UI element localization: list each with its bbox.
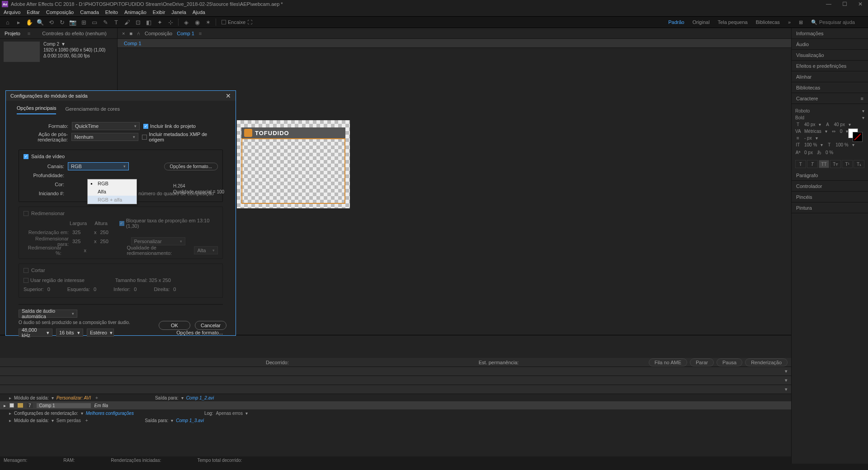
- panel-informacoes[interactable]: Informações: [792, 28, 868, 39]
- superscript[interactable]: T¹: [842, 160, 853, 168]
- dd-audio-auto[interactable]: Saída de áudio automática▾: [19, 310, 77, 318]
- panel-controlador[interactable]: Controlador: [792, 181, 868, 192]
- maximize-button[interactable]: ☐: [842, 1, 847, 7]
- color-swatch[interactable]: [848, 128, 863, 140]
- tool-stamp[interactable]: ⊡: [134, 18, 142, 26]
- snap-toggle[interactable]: Encaixe ⛶: [222, 19, 252, 25]
- rq-collapse-2[interactable]: ▾: [0, 376, 791, 385]
- flow-icon[interactable]: ⑃: [137, 31, 140, 36]
- panel-pinceis[interactable]: Pincéis: [792, 192, 868, 202]
- tab-projeto[interactable]: Projeto: [5, 31, 20, 36]
- tsume[interactable]: 0 %: [826, 150, 833, 155]
- tool-brush[interactable]: 🖌: [123, 18, 131, 26]
- dd-formato[interactable]: QuickTime▾: [72, 122, 140, 130]
- comp-breadcrumb[interactable]: Comp 1: [124, 41, 142, 46]
- btn-fila-ame[interactable]: Fila no AME: [649, 358, 687, 367]
- rq-item-row[interactable]: ▸ ✓ 7 Comp 1 Em fila: [0, 401, 791, 409]
- menu-exibir[interactable]: Exibir: [153, 9, 165, 15]
- lock-icon[interactable]: ×: [122, 31, 125, 36]
- tab-gerenciamento-cores[interactable]: Gerenciamento de cores: [65, 103, 119, 114]
- workspace-bibliotecas[interactable]: Bibliotecas: [756, 19, 780, 25]
- opt-rgb[interactable]: RGB: [88, 179, 137, 188]
- faux-bold[interactable]: T: [795, 160, 806, 168]
- menu-animacao[interactable]: Animação: [124, 9, 146, 15]
- menu-editar[interactable]: Editar: [27, 9, 40, 15]
- panel-visualizacao[interactable]: Visualização: [792, 50, 868, 61]
- dd-acao[interactable]: Nenhum▾: [71, 133, 139, 141]
- baseline[interactable]: 0 px: [804, 150, 813, 155]
- btn-opcoes-formato[interactable]: Opções de formato...: [164, 163, 218, 170]
- btn-cancelar[interactable]: Cancelar: [195, 321, 226, 330]
- chk-saida-video[interactable]: ✓: [24, 154, 28, 159]
- btn-opcoes-formato-audio[interactable]: Opções de formato...: [176, 330, 223, 335]
- panel-bibliotecas[interactable]: Bibliotecas: [792, 82, 868, 93]
- chk-redimensionar[interactable]: [24, 211, 28, 216]
- rq-module-link[interactable]: Personalizar: AVI: [57, 395, 91, 400]
- stroke-width[interactable]: - px: [804, 136, 812, 141]
- panel-caractere[interactable]: Caractere≡: [792, 93, 868, 104]
- tool-extra3[interactable]: ✶: [204, 18, 212, 26]
- tool-pan[interactable]: ⊞: [80, 18, 88, 26]
- snap-checkbox[interactable]: [222, 20, 226, 24]
- tab-effect-controls[interactable]: Controles do efeito (nenhum): [42, 31, 106, 36]
- rq-log-value[interactable]: Apenas erros: [216, 411, 242, 416]
- dialog-close-button[interactable]: ✕: [226, 92, 231, 99]
- tool-extra1[interactable]: ◈: [182, 18, 190, 26]
- tool-pen[interactable]: ✎: [101, 18, 109, 26]
- rq-enable-checkbox[interactable]: ✓: [9, 403, 14, 408]
- tool-orbit[interactable]: ⟲: [47, 18, 55, 26]
- panel-pintura[interactable]: Pintura: [792, 202, 868, 213]
- tab-opcoes-principais[interactable]: Opções principais: [17, 103, 56, 114]
- workspace-settings-icon[interactable]: ⊞: [799, 19, 803, 25]
- rq-saida-link2[interactable]: Comp 1_3.avi: [176, 418, 204, 423]
- tool-eraser[interactable]: ◧: [145, 18, 153, 26]
- chk-xmp[interactable]: Incluir metadados XMP de origem: [142, 132, 223, 142]
- rq-add-module[interactable]: +: [95, 395, 98, 400]
- rq-collapse-3[interactable]: ▾: [0, 385, 791, 394]
- tool-text[interactable]: T: [112, 18, 120, 26]
- all-caps[interactable]: TT: [819, 160, 830, 168]
- panel-efeitos[interactable]: Efeitos e predefinições: [792, 61, 868, 71]
- tracking[interactable]: 0: [840, 129, 843, 134]
- canvas[interactable]: TOFUDIDO: [237, 120, 350, 208]
- panel-paragrafo[interactable]: Parágrafo: [792, 170, 868, 181]
- tool-extra2[interactable]: ◉: [193, 18, 201, 26]
- help-search[interactable]: 🔍: [811, 19, 864, 25]
- dd-canais[interactable]: RGB▾: [68, 162, 129, 170]
- btn-ok[interactable]: OK: [159, 321, 190, 330]
- menu-efeito[interactable]: Efeito: [105, 9, 118, 15]
- close-button[interactable]: ✕: [858, 1, 863, 7]
- dd-audio-hz[interactable]: 48,000 kHz▾: [19, 329, 52, 337]
- dd-audio-ch[interactable]: Estéreo▾: [87, 329, 114, 337]
- menu-janela[interactable]: Janela: [171, 9, 186, 15]
- tool-select[interactable]: ▸: [14, 18, 23, 26]
- tool-puppet[interactable]: ⊹: [166, 18, 175, 26]
- minimize-button[interactable]: —: [826, 1, 831, 7]
- btn-parar[interactable]: Parar: [690, 358, 714, 367]
- menu-arquivo[interactable]: Arquivo: [4, 9, 20, 15]
- menu-ajuda[interactable]: Ajuda: [193, 9, 205, 15]
- rq-collapse-1[interactable]: ▾: [0, 367, 791, 376]
- menu-composicao[interactable]: Composição: [46, 9, 74, 15]
- workspace-tela-pequena[interactable]: Tela pequena: [718, 19, 748, 25]
- dd-audio-bits[interactable]: 16 bits▾: [56, 329, 83, 337]
- v-scale[interactable]: 100 %: [804, 142, 817, 147]
- rq-config-link[interactable]: Melhores configurações: [86, 411, 134, 416]
- tool-rotate[interactable]: ↻: [58, 18, 66, 26]
- font-size[interactable]: 40 px: [804, 122, 815, 127]
- panel-alinhar[interactable]: Alinhar: [792, 71, 868, 82]
- opt-alfa[interactable]: Alfa: [88, 188, 137, 196]
- panel-audio[interactable]: Áudio: [792, 39, 868, 50]
- tool-shape[interactable]: ▭: [90, 18, 99, 26]
- kerning[interactable]: Métricas: [804, 129, 821, 134]
- tool-hand[interactable]: ✋: [25, 18, 33, 26]
- tool-camera[interactable]: 📷: [69, 18, 77, 26]
- font-weight[interactable]: Bold: [795, 115, 859, 120]
- workspace-original[interactable]: Original: [693, 19, 710, 25]
- comp-dropdown-icon[interactable]: ▼: [61, 42, 66, 47]
- help-search-input[interactable]: [819, 19, 864, 25]
- faux-italic[interactable]: T: [807, 160, 818, 168]
- small-caps[interactable]: Tᴛ: [830, 160, 841, 168]
- tool-roto[interactable]: ✦: [156, 18, 164, 26]
- chk-link-projeto[interactable]: ✓Incluir link do projeto: [143, 123, 196, 129]
